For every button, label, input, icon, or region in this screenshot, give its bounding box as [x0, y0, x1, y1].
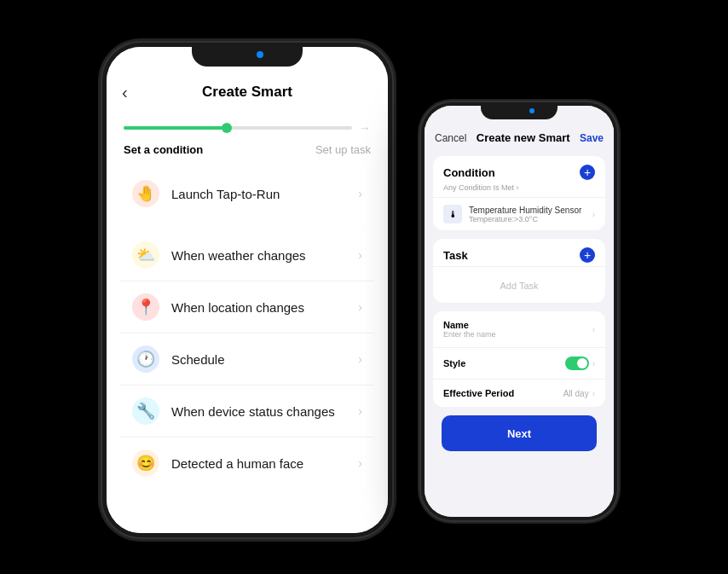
next-button-label: Next: [507, 427, 531, 440]
condition-chevron-icon: ›: [592, 210, 595, 219]
header-left: ‹ Create Smart: [107, 77, 388, 107]
form-card: Name Enter the name › Style: [433, 311, 605, 407]
style-label: Style: [443, 358, 465, 368]
menu-item-schedule[interactable]: 🕐 Schedule ›: [120, 333, 374, 386]
effective-row-right: All day ›: [563, 389, 595, 398]
step-right-label: Set up task: [315, 143, 371, 156]
menu-item-device-status[interactable]: 🔧 When device status changes ›: [120, 386, 374, 438]
effective-value: All day: [563, 389, 589, 398]
screen-left: ‹ Create Smart → Set a condition Set up …: [107, 47, 388, 533]
effective-period-row[interactable]: Effective Period All day ›: [433, 380, 605, 407]
menu-item-location[interactable]: 📍 When location changes ›: [120, 281, 374, 333]
name-chevron-icon: ›: [592, 325, 595, 334]
name-placeholder: Enter the name: [443, 330, 496, 339]
condition-card: Condition + Any Condition Is Met › 🌡 Tem…: [433, 156, 605, 230]
condition-info: Temperature Humidity Sensor Temperature:…: [469, 206, 592, 223]
weather-label: When weather changes: [171, 248, 358, 263]
menu-item-tap-to-run[interactable]: 🤚 Launch Tap-to-Run ›: [120, 168, 374, 219]
step-left-label: Set a condition: [124, 143, 203, 156]
cancel-button[interactable]: Cancel: [435, 132, 466, 144]
phone-left: ‹ Create Smart → Set a condition Set up …: [102, 43, 392, 537]
condition-subtitle: Any Condition Is Met ›: [433, 183, 605, 197]
add-task-button[interactable]: +: [580, 247, 595, 263]
device-status-icon: 🔧: [132, 397, 159, 425]
progress-arrow-icon: →: [359, 121, 371, 135]
chevron-icon: ›: [358, 456, 362, 470]
menu-item-human-face[interactable]: 😊 Detected a human face ›: [120, 438, 374, 489]
style-row-right: ›: [565, 357, 595, 370]
tap-to-run-icon: 🤚: [132, 180, 159, 207]
add-task-label: Add Task: [500, 281, 538, 291]
notch-right: [481, 102, 558, 119]
tap-to-run-card: 🤚 Launch Tap-to-Run ›: [120, 168, 374, 219]
human-face-label: Detected a human face: [171, 456, 358, 471]
page-title: Create Smart: [202, 84, 292, 101]
phone-right: Cancel Create new Smart Save Condition +…: [421, 102, 617, 520]
schedule-label: Schedule: [171, 352, 358, 367]
add-task-area: Add Task: [433, 266, 605, 303]
effective-chevron-icon: ›: [592, 389, 595, 398]
menu-item-weather[interactable]: ⛅ When weather changes ›: [120, 229, 374, 281]
chevron-icon: ›: [358, 352, 362, 366]
name-field-group: Name Enter the name: [443, 320, 496, 339]
location-label: When location changes: [171, 300, 358, 315]
task-header: Task +: [433, 239, 605, 266]
task-title: Task: [443, 249, 468, 262]
name-row-right: ›: [592, 325, 595, 334]
condition-item[interactable]: 🌡 Temperature Humidity Sensor Temperatur…: [433, 197, 605, 230]
notch-left: [192, 43, 303, 67]
back-button[interactable]: ‹: [122, 83, 128, 102]
location-icon: 📍: [132, 293, 159, 321]
tap-to-run-label: Launch Tap-to-Run: [171, 187, 358, 201]
add-condition-button[interactable]: +: [580, 165, 595, 180]
condition-title: Condition: [443, 166, 495, 179]
weather-icon: ⛅: [132, 241, 159, 269]
conditions-card: ⛅ When weather changes › 📍 When location…: [120, 229, 374, 489]
create-smart-title: Create new Smart: [477, 131, 570, 144]
steps-labels: Set a condition Set up task: [107, 140, 388, 165]
temp-sensor-icon: 🌡: [443, 205, 462, 223]
style-chevron-icon: ›: [592, 359, 595, 368]
sensor-value: Temperature:>3.0°C: [469, 215, 592, 223]
sensor-name: Temperature Humidity Sensor: [469, 206, 592, 215]
screen-right: Cancel Create new Smart Save Condition +…: [425, 106, 614, 517]
save-button[interactable]: Save: [580, 132, 604, 144]
device-status-label: When device status changes: [171, 404, 358, 419]
name-row[interactable]: Name Enter the name ›: [433, 311, 605, 348]
progress-bar: →: [107, 107, 388, 140]
effective-label: Effective Period: [443, 388, 514, 398]
header-right: Cancel Create new Smart Save: [425, 126, 614, 149]
schedule-icon: 🕐: [132, 345, 159, 373]
style-row[interactable]: Style ›: [433, 348, 605, 380]
human-face-icon: 😊: [132, 449, 159, 477]
chevron-icon: ›: [358, 248, 362, 262]
condition-header: Condition +: [433, 156, 605, 183]
chevron-icon: ›: [358, 404, 362, 418]
next-button[interactable]: Next: [442, 415, 597, 451]
chevron-icon: ›: [358, 300, 362, 314]
menu-section: 🤚 Launch Tap-to-Run › ⛅ When weather cha…: [107, 165, 388, 533]
chevron-icon: ›: [358, 187, 362, 200]
right-content: Condition + Any Condition Is Met › 🌡 Tem…: [425, 149, 614, 517]
style-toggle[interactable]: [565, 357, 589, 370]
task-card: Task + Add Task: [433, 239, 605, 303]
name-label: Name: [443, 320, 496, 330]
